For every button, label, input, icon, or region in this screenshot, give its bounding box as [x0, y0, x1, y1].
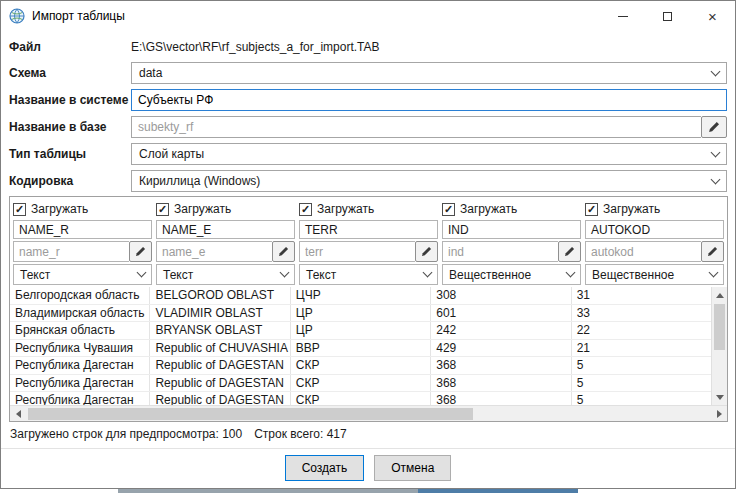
db-column-name-input[interactable] — [13, 241, 129, 262]
load-label: Загружать — [603, 202, 660, 216]
horizontal-scroll-thumb[interactable] — [28, 408, 473, 420]
background-window-edge — [118, 489, 578, 493]
file-label: Файл — [9, 40, 131, 54]
preview-table: ✓ Загружать NAME_R Текст ✓ Загружать — [9, 196, 728, 422]
db-column-name-input[interactable] — [585, 241, 701, 262]
system-name-row: Название в системе — [9, 89, 727, 111]
check-mark-icon: ✓ — [444, 204, 453, 215]
preview-column-header: ✓ Загружать IND Вещественное — [442, 200, 581, 285]
cancel-button[interactable]: Отмена — [374, 455, 451, 481]
edit-db-name-button[interactable] — [701, 116, 727, 138]
db-column-name-row — [299, 241, 438, 262]
pencil-icon — [707, 246, 718, 257]
scroll-right-button[interactable] — [711, 406, 727, 422]
encoding-label: Кодировка — [9, 174, 131, 188]
column-type-select[interactable]: Вещественное — [442, 264, 581, 285]
table-cell: Республика Чувашия — [10, 340, 150, 357]
checkbox-checked-icon[interactable]: ✓ — [156, 203, 169, 216]
system-name-label: Название в системе — [9, 93, 131, 107]
column-type-value: Текст — [20, 268, 50, 282]
window-title: Импорт таблицы — [32, 9, 125, 23]
title-bar[interactable]: Импорт таблицы × — [1, 1, 735, 31]
table-row[interactable]: Республика Чувашия Republic of CHUVASHIA… — [10, 340, 711, 358]
db-column-name-input[interactable] — [156, 241, 272, 262]
db-name-input[interactable] — [131, 116, 701, 138]
table-type-label: Тип таблицы — [9, 147, 131, 161]
vertical-scroll-track[interactable] — [712, 350, 727, 389]
table-cell: 368 — [431, 375, 571, 392]
table-row[interactable]: Брянская область BRYANSK OBLAST ЦР 242 2… — [10, 322, 711, 340]
vertical-scrollbar[interactable] — [711, 287, 727, 405]
table-cell: 601 — [431, 305, 571, 322]
create-button[interactable]: Создать — [285, 455, 365, 481]
edit-pencil-button[interactable] — [415, 241, 438, 262]
edit-pencil-button[interactable] — [272, 241, 295, 262]
table-type-select[interactable]: Слой карты — [131, 143, 727, 165]
scroll-down-button[interactable] — [712, 389, 728, 405]
arrow-down-icon — [716, 395, 724, 400]
load-toggle[interactable]: ✓ Загружать — [585, 200, 724, 218]
schema-select[interactable]: data — [131, 62, 727, 84]
table-cell: Брянская область — [10, 322, 150, 339]
table-cell: 368 — [431, 357, 571, 374]
column-type-select[interactable]: Текст — [299, 264, 438, 285]
pencil-icon — [708, 121, 720, 133]
column-type-select[interactable]: Текст — [156, 264, 295, 285]
db-name-label: Название в базе — [9, 120, 131, 134]
table-cell: 5 — [572, 375, 711, 392]
scroll-up-button[interactable] — [712, 287, 728, 303]
file-row: Файл E:\GS\vector\RF\rf_subjects_a_for_i… — [9, 36, 727, 58]
maximize-button[interactable] — [645, 1, 690, 31]
preview-header: ✓ Загружать NAME_R Текст ✓ Загружать — [10, 197, 727, 287]
table-row[interactable]: Владимирская область VLADIMIR OBLAST ЦР … — [10, 305, 711, 323]
preview-body: Белгородская область BELGOROD OBLAST ЦЧР… — [10, 287, 727, 405]
table-cell: Владимирская область — [10, 305, 150, 322]
minimize-button[interactable] — [600, 1, 645, 31]
checkbox-checked-icon[interactable]: ✓ — [585, 203, 598, 216]
chevron-down-icon — [137, 268, 147, 278]
load-toggle[interactable]: ✓ Загружать — [156, 200, 295, 218]
close-button[interactable]: × — [690, 1, 735, 31]
db-column-name-row — [585, 241, 724, 262]
table-row[interactable]: Республика Дагестан Republic of DAGESTAN… — [10, 375, 711, 393]
checkbox-checked-icon[interactable]: ✓ — [13, 203, 26, 216]
table-cell: VLADIMIR OBLAST — [150, 305, 290, 322]
table-row[interactable]: Республика Дагестан Republic of DAGESTAN… — [10, 357, 711, 375]
edit-pencil-button[interactable] — [129, 241, 152, 262]
table-cell: 429 — [431, 340, 571, 357]
db-column-name-input[interactable] — [442, 241, 558, 262]
table-cell: Republic of DAGESTAN — [150, 392, 290, 405]
checkbox-checked-icon[interactable]: ✓ — [299, 203, 312, 216]
arrow-right-icon — [717, 410, 722, 418]
system-name-input[interactable] — [131, 89, 727, 111]
preview-column-header: ✓ Загружать NAME_R Текст — [13, 200, 152, 285]
load-toggle[interactable]: ✓ Загружать — [442, 200, 581, 218]
checkbox-checked-icon[interactable]: ✓ — [442, 203, 455, 216]
table-cell: 33 — [572, 305, 711, 322]
source-column-name: TERR — [299, 220, 438, 239]
schema-label: Схема — [9, 66, 131, 80]
db-name-field-group — [131, 116, 727, 138]
vertical-scroll-thumb[interactable] — [714, 304, 725, 350]
dialog-footer: Создать Отмена — [1, 448, 735, 489]
column-type-select[interactable]: Текст — [13, 264, 152, 285]
table-cell: Республика Дагестан — [10, 357, 150, 374]
encoding-select[interactable]: Кириллица (Windows) — [131, 170, 727, 192]
db-column-name-input[interactable] — [299, 241, 415, 262]
table-row[interactable]: Белгородская область BELGOROD OBLAST ЦЧР… — [10, 287, 711, 305]
horizontal-scrollbar[interactable] — [10, 405, 727, 421]
edit-pencil-button[interactable] — [701, 241, 724, 262]
column-type-value: Текст — [163, 268, 193, 282]
table-cell: СКР — [291, 392, 431, 405]
file-path: E:\GS\vector\RF\rf_subjects_a_for_import… — [131, 40, 380, 54]
load-toggle[interactable]: ✓ Загружать — [13, 200, 152, 218]
load-toggle[interactable]: ✓ Загружать — [299, 200, 438, 218]
edit-pencil-button[interactable] — [558, 241, 581, 262]
table-cell: ВВР — [291, 340, 431, 357]
table-cell: Republic of CHUVASHIA — [150, 340, 290, 357]
table-row[interactable]: Республика Дагестан Republic of DAGESTAN… — [10, 392, 711, 405]
column-type-value: Текст — [306, 268, 336, 282]
column-type-select[interactable]: Вещественное — [585, 264, 724, 285]
scroll-left-button[interactable] — [10, 406, 26, 422]
chevron-down-icon — [711, 66, 721, 76]
